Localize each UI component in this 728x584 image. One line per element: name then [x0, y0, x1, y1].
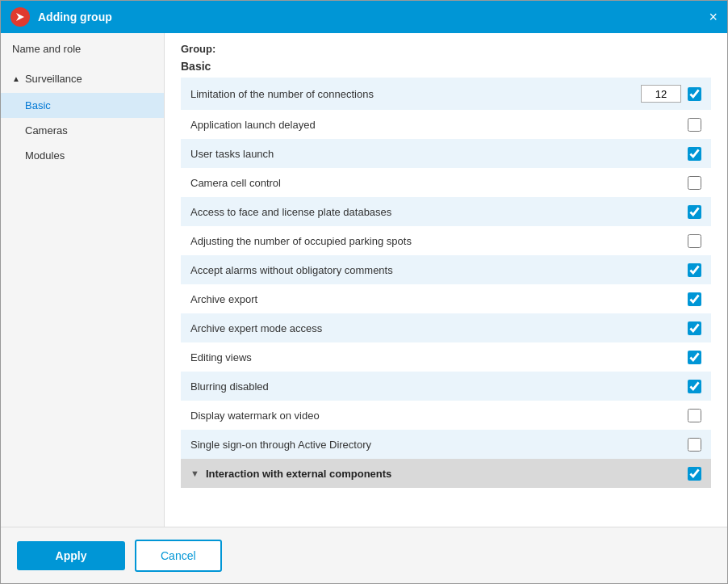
permission-label: Archive expert mode access	[190, 322, 688, 334]
close-button[interactable]: ×	[709, 10, 718, 24]
permission-checkbox[interactable]	[688, 380, 701, 393]
footer: Apply Cancel	[1, 527, 727, 583]
permissions-list: Limitation of the number of connectionsA…	[165, 78, 727, 527]
permission-label: Archive export	[190, 293, 688, 305]
sidebar-item-basic[interactable]: Basic	[1, 93, 164, 118]
table-row: Editing views	[181, 342, 711, 372]
permission-checkbox[interactable]	[688, 118, 701, 132]
cameras-label: Cameras	[25, 124, 68, 137]
permission-checkbox[interactable]	[688, 351, 701, 364]
table-row: Limitation of the number of connections	[181, 78, 711, 110]
permission-label: Camera cell control	[190, 177, 688, 189]
permission-label: Limitation of the number of connections	[190, 88, 641, 100]
permission-checkbox[interactable]	[688, 409, 701, 422]
table-row: Archive export	[181, 284, 711, 313]
permission-label: Display watermark on video	[190, 410, 688, 422]
permission-checkbox[interactable]	[688, 147, 701, 161]
section-title: Basic	[181, 60, 711, 73]
connection-limit-input[interactable]	[641, 85, 681, 103]
modules-label: Modules	[25, 149, 65, 162]
cancel-button[interactable]: Cancel	[135, 540, 222, 572]
permission-checkbox[interactable]	[688, 321, 701, 335]
content-area: Name and role ▲ Surveillance Basic Camer…	[1, 33, 727, 527]
name-role-label: Name and role	[12, 43, 81, 55]
permission-label: Accept alarms without obligatory comment…	[190, 264, 688, 276]
surveillance-label: Surveillance	[25, 73, 82, 85]
sidebar: Name and role ▲ Surveillance Basic Camer…	[1, 33, 165, 527]
permission-checkbox[interactable]	[688, 438, 701, 452]
permission-checkbox[interactable]	[688, 176, 701, 190]
permission-label: Application launch delayed	[190, 119, 688, 131]
permission-checkbox[interactable]	[688, 87, 701, 101]
table-row: Blurring disabled	[181, 372, 711, 401]
table-row: Application launch delayed	[181, 110, 711, 139]
svg-marker-0	[16, 13, 24, 21]
apply-button[interactable]: Apply	[17, 541, 125, 570]
main-header: Group: Basic	[165, 33, 727, 78]
sidebar-item-modules[interactable]: Modules	[1, 143, 164, 168]
table-row: Single sign-on through Active Directory	[181, 430, 711, 459]
permission-label: User tasks launch	[190, 148, 688, 160]
sidebar-item-name-and-role[interactable]: Name and role	[1, 33, 164, 65]
permission-checkbox[interactable]	[688, 205, 701, 219]
table-row: User tasks launch	[181, 139, 711, 168]
table-row: Camera cell control	[181, 168, 711, 197]
table-row: Adjusting the number of occupied parking…	[181, 226, 711, 255]
table-row: Display watermark on video	[181, 401, 711, 430]
permission-label: Editing views	[190, 351, 688, 363]
basic-label: Basic	[25, 99, 51, 111]
titlebar: Adding group ×	[1, 1, 727, 33]
permission-checkbox[interactable]	[688, 292, 701, 306]
permission-label: Access to face and license plate databas…	[190, 206, 688, 218]
window: Adding group × Name and role ▲ Surveilla…	[0, 0, 728, 584]
permission-checkbox[interactable]	[688, 263, 701, 277]
table-row: Archive expert mode access	[181, 313, 711, 342]
permission-label: Single sign-on through Active Directory	[190, 439, 688, 451]
table-row: Access to face and license plate databas…	[181, 197, 711, 226]
surveillance-chevron: ▲	[12, 74, 20, 83]
table-row: Accept alarms without obligatory comment…	[181, 255, 711, 284]
section-chevron-icon: ▼	[190, 468, 199, 478]
titlebar-icon	[10, 7, 30, 27]
sidebar-group-surveillance[interactable]: ▲ Surveillance	[1, 65, 164, 93]
permission-label: Interaction with external components	[206, 468, 688, 480]
table-row: ▼Interaction with external components	[181, 459, 711, 488]
titlebar-title: Adding group	[38, 11, 709, 23]
permission-checkbox[interactable]	[688, 467, 701, 481]
arrow-icon	[15, 11, 26, 23]
main-panel: Group: Basic Limitation of the number of…	[165, 33, 727, 527]
permission-checkbox[interactable]	[688, 234, 701, 248]
permission-label: Adjusting the number of occupied parking…	[190, 235, 688, 247]
sidebar-item-cameras[interactable]: Cameras	[1, 118, 164, 143]
permission-label: Blurring disabled	[190, 380, 688, 393]
group-label: Group:	[181, 43, 711, 55]
